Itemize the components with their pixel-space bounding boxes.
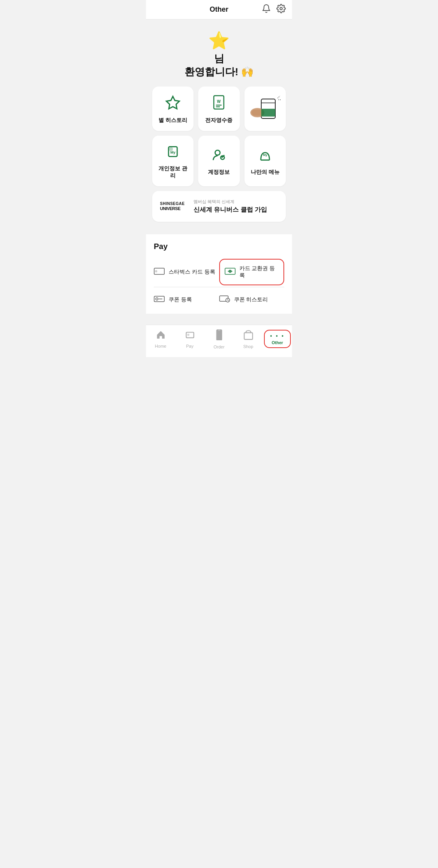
personal-info-card[interactable]: My 개인정보 관리 xyxy=(152,136,193,186)
pay-nav-icon xyxy=(185,330,195,342)
banner-subtext: 멤버십 혜택의 신세계 xyxy=(193,199,267,205)
account-info-label: 계정정보 xyxy=(208,169,230,176)
svg-rect-9 xyxy=(252,110,262,116)
logo-line1: SHINSEGAE xyxy=(160,202,187,206)
nav-other-label: Other xyxy=(272,340,283,345)
svg-line-11 xyxy=(278,96,280,98)
svg-rect-33 xyxy=(244,332,253,339)
shop-nav-icon xyxy=(243,329,253,343)
bell-icon[interactable] xyxy=(262,4,271,16)
nav-item-order[interactable]: Order xyxy=(204,329,234,349)
star-history-label: 별 히스토리 xyxy=(158,117,187,124)
pay-row-2: 쿠폰 등록 쿠폰 히스토리 xyxy=(154,287,284,314)
svg-rect-10 xyxy=(261,109,275,117)
main-content: ⭐ 님 환영합니다! 🙌 별 히스토리 xyxy=(146,19,292,325)
svg-text:W: W xyxy=(217,99,221,104)
nav-item-home[interactable]: Home xyxy=(146,330,175,348)
welcome-greeting: 환영합니다! 🙌 xyxy=(185,66,254,78)
shinsegae-logo: SHINSEGAE UNIVERSE xyxy=(160,202,187,211)
drink-illustration-card[interactable] xyxy=(245,87,286,131)
nav-order-label: Order xyxy=(213,345,224,349)
svg-point-0 xyxy=(280,7,282,10)
svg-point-27 xyxy=(156,298,158,300)
e-receipt-card[interactable]: W 전자영수증 xyxy=(198,87,239,131)
svg-text:My: My xyxy=(263,153,267,156)
pay-row-1: 스타벅스 카드 등록 카드 교환권 등록 xyxy=(154,257,284,287)
coupon-history-label: 쿠폰 히스토리 xyxy=(234,296,268,303)
my-menu-label: 나만의 메뉴 xyxy=(251,169,280,176)
other-nav-icon: • • • xyxy=(270,333,285,339)
grid-section: 별 히스토리 W 전자영수증 xyxy=(146,87,292,228)
coupon-register-icon xyxy=(154,295,165,304)
welcome-star: ⭐ xyxy=(208,30,230,51)
coupon-register-label: 쿠폰 등록 xyxy=(169,296,192,303)
section-spacer xyxy=(146,228,292,234)
nav-item-other[interactable]: • • • Other xyxy=(263,330,292,348)
header-actions xyxy=(262,4,286,16)
bottom-spacer xyxy=(146,314,292,322)
starbucks-card-icon xyxy=(154,267,165,277)
home-icon xyxy=(156,330,166,342)
e-receipt-label: 전자영수증 xyxy=(205,117,232,124)
starbucks-card-label: 스타벅스 카드 등록 xyxy=(169,269,215,276)
pay-section-title: Pay xyxy=(154,242,284,251)
account-info-icon xyxy=(211,148,226,165)
svg-point-16 xyxy=(215,150,220,155)
nav-shop-label: Shop xyxy=(243,344,253,349)
nav-item-pay[interactable]: Pay xyxy=(175,330,204,348)
personal-info-label: 개인정보 관리 xyxy=(157,165,189,179)
personal-info-icon: My xyxy=(165,144,180,161)
svg-rect-15 xyxy=(170,148,172,150)
nav-item-shop[interactable]: Shop xyxy=(234,329,263,349)
shinsegae-banner[interactable]: SHINSEGAE UNIVERSE 멤버십 혜택의 신세계 신세계 유니버스 … xyxy=(152,191,286,222)
my-menu-icon: My xyxy=(258,148,273,165)
coupon-history-icon xyxy=(219,295,230,304)
coupon-history-item[interactable]: 쿠폰 히스토리 xyxy=(219,289,285,311)
nav-pay-label: Pay xyxy=(186,344,193,348)
svg-marker-1 xyxy=(166,96,179,109)
e-receipt-icon: W xyxy=(212,95,226,113)
order-nav-icon xyxy=(214,329,224,343)
card-exchange-label: 카드 교환권 등록 xyxy=(239,265,279,279)
svg-point-32 xyxy=(187,334,189,336)
welcome-text: 님 환영합니다! 🙌 xyxy=(154,52,284,79)
other-nav-container[interactable]: • • • Other xyxy=(264,330,291,348)
nav-home-label: Home xyxy=(155,344,166,348)
pay-section: Pay 스타벅스 카드 등록 xyxy=(146,234,292,314)
grid-row-1: 별 히스토리 W 전자영수증 xyxy=(152,87,286,131)
page-title: Other xyxy=(209,5,228,14)
svg-point-21 xyxy=(155,270,157,272)
app-header: Other xyxy=(146,0,292,19)
card-exchange-icon xyxy=(225,267,236,277)
banner-maintext: 신세계 유니버스 클럽 가입 xyxy=(193,206,267,214)
card-exchange-item[interactable]: 카드 교환권 등록 xyxy=(219,259,285,285)
account-info-card[interactable]: 계정정보 xyxy=(198,136,239,186)
logo-line2: UNIVERSE xyxy=(160,206,187,211)
my-menu-card[interactable]: My 나만의 메뉴 xyxy=(245,136,286,186)
banner-text: 멤버십 혜택의 신세계 신세계 유니버스 클럽 가입 xyxy=(193,199,267,214)
welcome-section: ⭐ 님 환영합니다! 🙌 xyxy=(146,19,292,87)
grid-row-2: My 개인정보 관리 계정정보 xyxy=(152,136,286,186)
welcome-name: 님 xyxy=(214,53,224,64)
bottom-navigation: Home Pay Order Shop xyxy=(146,325,292,357)
settings-icon[interactable] xyxy=(276,4,286,16)
starbucks-card-item[interactable]: 스타벅스 카드 등록 xyxy=(154,259,219,285)
star-history-card[interactable]: 별 히스토리 xyxy=(152,87,193,131)
star-history-icon xyxy=(165,95,181,113)
coupon-register-item[interactable]: 쿠폰 등록 xyxy=(154,289,219,311)
